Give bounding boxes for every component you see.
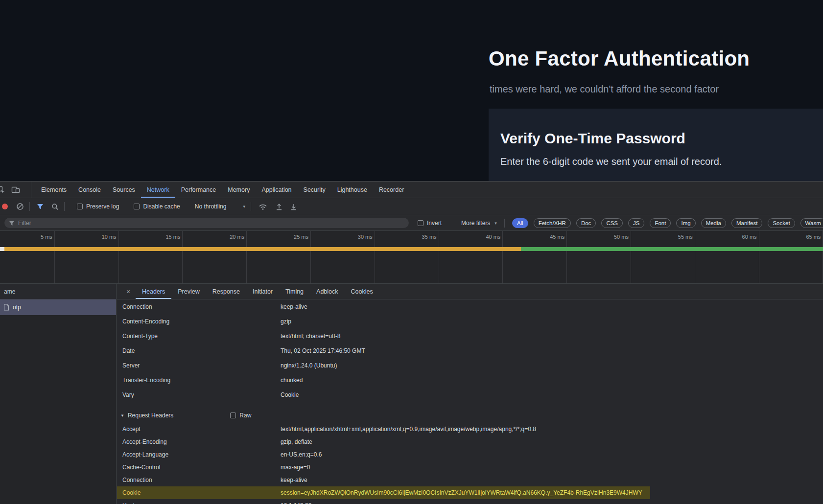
search-icon[interactable] [51,203,59,210]
filter-pill[interactable]: Wasm [800,218,823,228]
network-bottom-split: ame otp × HeadersPreviewResponseInitiato… [0,284,823,504]
tick-label: 45 ms [550,234,564,240]
close-icon[interactable]: × [121,288,136,296]
details-tab-label: Headers [142,288,165,295]
request-header-row: Accept-Language en-US,en;q=0.6 [117,448,823,461]
filter-input[interactable] [18,220,404,227]
timeline-tick: 65 ms [759,231,823,283]
request-headers-section-header[interactable]: ▼ Request Headers Raw [117,408,823,423]
separator [64,202,65,211]
throttling-value: No throttling [195,203,227,210]
throttling-select[interactable]: No throttling ▾ [195,203,245,210]
filter-pill[interactable]: All [512,218,528,228]
devtools-tabbar: ElementsConsoleSourcesNetworkPerformance… [0,182,823,198]
filter-pill[interactable]: Img [676,218,695,228]
separator [504,219,505,228]
details-tab[interactable]: Initiator [246,284,279,299]
filter-pill[interactable]: JS [628,218,644,228]
filter-pill-label: Media [706,220,721,226]
filter-input-box[interactable] [4,218,409,228]
separator [29,202,30,211]
inspect-element-icon[interactable] [0,185,5,194]
disable-cache-checkbox[interactable] [134,204,140,209]
details-tab[interactable]: Headers [136,284,171,299]
devtools-tab-label: Performance [181,186,216,193]
raw-label: Raw [239,412,251,419]
details-tab-label: Adblock [316,288,338,295]
disable-cache-toggle[interactable]: Disable cache [134,203,180,210]
card-heading: Verify One-Time Password [500,130,823,147]
filter-pill[interactable]: Doc [576,218,596,228]
otp-card: Verify One-Time Password Enter the 6-dig… [489,109,823,181]
details-tab[interactable]: Cookies [345,284,379,299]
header-name: Accept [122,426,281,433]
filter-pill[interactable]: CSS [601,218,623,228]
details-tab-label: Initiator [253,288,273,295]
devtools-tab[interactable]: Sources [107,182,141,198]
devtools-tab-label: Application [261,186,291,193]
devtools-tab[interactable]: Recorder [373,182,410,198]
device-toolbar-icon[interactable] [11,186,20,194]
more-filters-dropdown[interactable]: More filters ▾ [461,220,497,227]
filter-pill[interactable]: Fetch/XHR [534,218,571,228]
invert-filter-toggle[interactable]: Invert [418,220,442,227]
separator [251,202,251,211]
overview-bar-segment [0,247,4,251]
filter-pill-label: Manifest [736,220,757,226]
request-header-row: Host 10.1.143.33 [117,499,823,504]
filter-pill[interactable]: Manifest [731,218,762,228]
devtools-tab[interactable]: Performance [175,182,222,198]
more-filters-label: More filters [461,220,490,227]
raw-toggle[interactable]: Raw [230,412,251,419]
preserve-log-checkbox[interactable] [77,204,83,209]
header-name: Vary [122,391,281,398]
timeline-tick: 55 ms [631,231,695,283]
filter-pill[interactable]: Media [701,218,726,228]
request-header-row: Connection keep-alive [117,474,823,486]
devtools-tab[interactable]: Network [141,182,175,198]
invert-checkbox[interactable] [418,220,423,226]
browser-page: One Factor Authentication times were har… [0,0,823,181]
devtools-tab[interactable]: Elements [35,182,72,198]
header-name: Content-Type [122,333,281,340]
filter-pill[interactable]: Socket [768,218,795,228]
header-value: nginx/1.24.0 (Ubuntu) [281,362,823,369]
devtools-tab[interactable]: Security [298,182,331,198]
clear-icon[interactable] [16,203,24,210]
devtools-tab[interactable]: Console [72,182,107,198]
devtools-tab[interactable]: Memory [222,182,256,198]
overview-bar-segment [521,247,823,251]
response-header-row: Connection keep-alive [117,299,823,314]
export-har-icon[interactable] [290,203,298,210]
preserve-log-toggle[interactable]: Preserve log [77,203,119,210]
details-tab[interactable]: Timing [279,284,310,299]
details-tab[interactable]: Adblock [310,284,344,299]
header-name: Connection [122,303,281,310]
details-tabbar: × HeadersPreviewResponseInitiatorTimingA… [117,284,823,299]
details-tab-label: Response [212,288,240,295]
import-har-icon[interactable] [275,203,283,210]
name-column-header[interactable]: ame [0,284,116,299]
filter-icon[interactable] [37,203,44,210]
record-icon[interactable] [2,204,8,209]
request-row-otp[interactable]: otp [0,299,116,315]
details-tab-label: Timing [285,288,304,295]
details-tab[interactable]: Response [206,284,246,299]
header-value: chunked [281,377,823,384]
overview-bar [0,247,823,251]
devtools-left-icons [0,182,31,198]
header-name: Date [122,347,281,354]
network-overview-timeline[interactable]: 5 ms10 ms15 ms20 ms25 ms30 ms35 ms40 ms4… [0,231,823,284]
header-value: keep-alive [281,477,823,483]
details-tab[interactable]: Preview [171,284,206,299]
timeline-tick: 40 ms [439,231,503,283]
header-value: text/html; charset=utf-8 [281,333,823,340]
raw-checkbox[interactable] [230,412,236,418]
devtools-tab[interactable]: Lighthouse [331,182,373,198]
header-value: session=eyJhdXRoZWQiOnRydWUsIm90cCI6IjEw… [281,489,642,496]
filter-pill[interactable]: Font [650,218,671,228]
devtools-tab[interactable]: Application [256,182,297,198]
response-header-row: Date Thu, 02 Oct 2025 17:46:50 GMT [117,344,823,358]
network-conditions-icon[interactable] [259,203,267,210]
disclosure-triangle-icon: ▼ [120,413,124,418]
